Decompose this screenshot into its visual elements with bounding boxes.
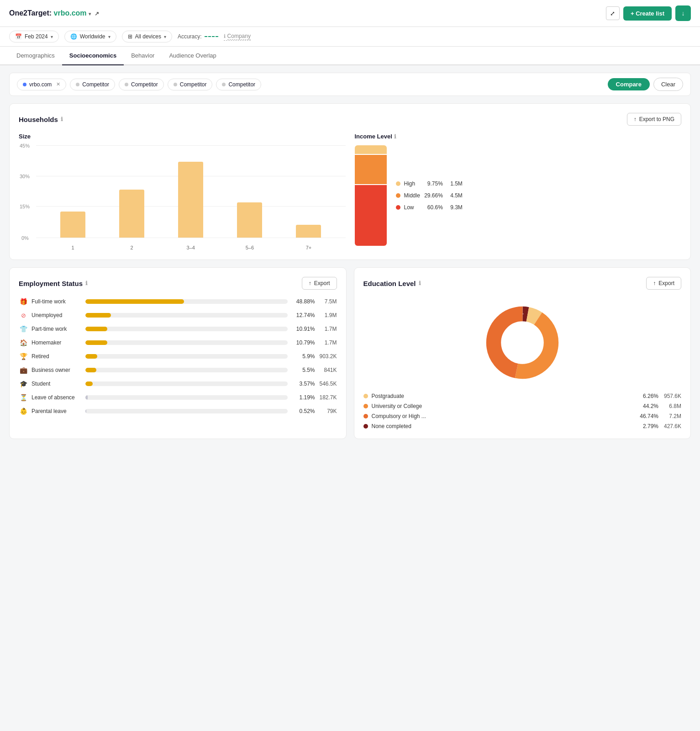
upload-icon: ↑: [634, 116, 637, 122]
student-bar-bg: [85, 381, 288, 386]
bottom-grid: Employment Status ℹ ↑ Export 🎁 Full-time…: [9, 267, 691, 446]
emp-student: 🎓 Student 3.57% 546.5K: [19, 379, 337, 388]
donut-svg: [481, 302, 563, 384]
education-export-button[interactable]: ↑ Export: [646, 277, 681, 290]
external-link-icon[interactable]: ↗: [95, 11, 99, 17]
domain-link[interactable]: vrbo.com: [54, 9, 87, 17]
chevron-down-icon: ▾: [164, 34, 166, 39]
income-title: Income Level ℹ: [355, 133, 682, 140]
header-controls: ⤢ + Create list ↓: [606, 5, 691, 21]
households-title: Households ℹ: [19, 116, 63, 123]
income-inner: High 9.75% 1.5M Middle 29.66% 4.5M: [355, 145, 682, 246]
chevron-down-icon[interactable]: ▾: [89, 11, 91, 16]
employment-export-button[interactable]: ↑ Export: [302, 277, 337, 290]
compare-button[interactable]: Compare: [608, 78, 650, 90]
business-icon: 💼: [19, 366, 28, 375]
emp-retired: 🏆 Retired 5.9% 903.2K: [19, 352, 337, 361]
company-label: ℹ Company: [224, 33, 251, 41]
business-bar-fill: [85, 368, 96, 372]
edu-compulsory: Compulsory or High ... 46.74% 7.2M: [363, 413, 682, 419]
competitor-input-1[interactable]: Competitor: [70, 79, 115, 90]
employment-card-header: Employment Status ℹ ↑ Export: [19, 277, 337, 290]
education-info-icon[interactable]: ℹ: [419, 280, 421, 286]
competitor-input-4[interactable]: Competitor: [216, 79, 261, 90]
emp-parttime: 👕 Part-time work 10.91% 1.7M: [19, 324, 337, 334]
competitor-input-3[interactable]: Competitor: [168, 79, 213, 90]
homemaker-bar-fill: [85, 340, 107, 345]
bar-item-1: [43, 145, 102, 238]
donut-center: [502, 322, 543, 363]
legend-high: High 9.75% 1.5M: [396, 180, 463, 187]
bar-7plus: [296, 225, 321, 238]
employment-list: 🎁 Full-time work 48.88% 7.5M ⊘ Unemploye…: [19, 297, 337, 416]
tab-socioeconomics[interactable]: Socioeconomics: [62, 47, 124, 65]
student-bar-fill: [85, 381, 93, 386]
header-left: One2Target: vrbo.com ▾ ↗: [9, 9, 99, 17]
parental-bar-bg: [85, 409, 288, 413]
business-bar-bg: [85, 368, 288, 372]
emp-fulltime: 🎁 Full-time work 48.88% 7.5M: [19, 297, 337, 306]
education-inner: Postgraduate 6.26% 957.6K University or …: [363, 297, 682, 429]
emp-homemaker: 🏠 Homemaker 10.79% 1.7M: [19, 338, 337, 347]
filter-bar: 📅 Feb 2024 ▾ 🌐 Worldwide ▾ ⊞ All devices…: [0, 27, 700, 47]
tab-audience-overlap[interactable]: Audience Overlap: [162, 47, 223, 65]
globe-icon: 🌐: [70, 33, 77, 40]
bar-chart: 45% 30% 15% 0%: [19, 145, 346, 250]
comp-dot-4: [222, 83, 226, 86]
edu-dot-university: [363, 404, 368, 408]
chevron-down-icon: ▾: [108, 34, 111, 39]
fulltime-bar-fill: [85, 299, 184, 304]
expand-button[interactable]: ⤢: [606, 6, 620, 20]
nav-tabs: Demographics Socioeconomics Behavior Aud…: [0, 47, 700, 65]
tab-demographics[interactable]: Demographics: [9, 47, 62, 65]
employment-card: Employment Status ℹ ↑ Export 🎁 Full-time…: [9, 267, 347, 439]
device-filter[interactable]: ⊞ All devices ▾: [122, 31, 172, 42]
export-png-button[interactable]: ↑ Export to PNG: [627, 113, 681, 126]
households-info-icon[interactable]: ℹ: [61, 116, 63, 122]
bar-item-2: [102, 145, 161, 238]
bar-56: [237, 202, 262, 238]
leave-bar-bg: [85, 395, 288, 400]
education-card: Education Level ℹ ↑ Export: [354, 267, 691, 439]
domain-dot: [23, 83, 26, 86]
education-legend: Postgraduate 6.26% 957.6K University or …: [363, 393, 682, 429]
bars-area: [36, 145, 346, 238]
income-bar-low: [355, 185, 387, 246]
income-bar-high: [355, 145, 387, 155]
unemployed-icon: ⊘: [19, 311, 28, 320]
clear-button[interactable]: Clear: [653, 78, 683, 91]
main-domain-tag: vrbo.com ✕: [17, 79, 66, 90]
employment-title: Employment Status ℹ: [19, 280, 88, 287]
emp-unemployed: ⊘ Unemployed 12.74% 1.9M: [19, 311, 337, 320]
bar-item-56: [220, 145, 279, 238]
emp-business: 💼 Business owner 5.5% 841K: [19, 366, 337, 375]
competitor-input-2[interactable]: Competitor: [119, 79, 164, 90]
expand-icon: ⤢: [610, 10, 615, 17]
chevron-down-icon: ▾: [51, 34, 53, 39]
income-info-icon[interactable]: ℹ: [394, 133, 396, 140]
create-list-button[interactable]: + Create list: [623, 6, 672, 21]
remove-domain-button[interactable]: ✕: [56, 81, 60, 87]
employment-info-icon[interactable]: ℹ: [85, 280, 88, 286]
retired-icon: 🏆: [19, 352, 28, 361]
x-label-2: 2: [102, 245, 161, 250]
education-title: Education Level ℹ: [363, 280, 421, 287]
households-inner: Size 45% 30% 15%: [19, 133, 681, 250]
competitor-bar: vrbo.com ✕ Competitor Competitor Competi…: [9, 73, 691, 96]
legend-dot-low: [396, 205, 400, 210]
calendar-icon: 📅: [15, 33, 22, 40]
location-filter[interactable]: 🌐 Worldwide ▾: [64, 31, 116, 42]
size-chart-section: Size 45% 30% 15%: [19, 133, 346, 250]
legend-dot-high: [396, 181, 400, 186]
x-label-7plus: 7+: [279, 245, 338, 250]
fulltime-icon: 🎁: [19, 297, 28, 306]
download-button[interactable]: ↓: [675, 5, 691, 21]
emp-leave: ⏳ Leave of absence 1.19% 182.7K: [19, 393, 337, 402]
tab-behavior[interactable]: Behavior: [124, 47, 162, 65]
households-card: Households ℹ ↑ Export to PNG Size: [9, 103, 691, 260]
comp-dot-3: [174, 83, 177, 86]
edu-dot-none: [363, 424, 368, 429]
bar-2: [119, 190, 144, 238]
date-filter[interactable]: 📅 Feb 2024 ▾: [9, 31, 59, 42]
households-card-header: Households ℹ ↑ Export to PNG: [19, 113, 681, 126]
